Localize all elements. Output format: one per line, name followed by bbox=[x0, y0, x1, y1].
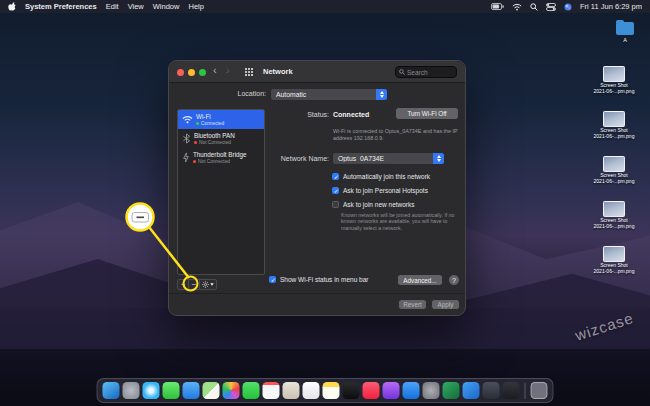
dock-icon-notes[interactable] bbox=[323, 382, 340, 399]
service-name: Bluetooth PAN bbox=[194, 132, 235, 139]
file-label-line2: 2021-06-...pm.png bbox=[594, 133, 635, 139]
control-center-icon[interactable] bbox=[546, 3, 556, 11]
new-networks-checkbox[interactable] bbox=[332, 201, 339, 208]
dock-icon-finder[interactable] bbox=[103, 382, 120, 399]
status-dot-red bbox=[193, 160, 196, 163]
location-dropdown[interactable]: Automatic bbox=[270, 88, 388, 101]
menu-bar: System Preferences Edit View Window Help… bbox=[0, 0, 650, 13]
dock-icon-tv[interactable] bbox=[343, 382, 360, 399]
new-networks-checkbox-row[interactable]: Ask to join new networks bbox=[332, 200, 415, 209]
screenshot-thumbnail[interactable] bbox=[603, 201, 625, 217]
dock-icon-excel[interactable] bbox=[443, 382, 460, 399]
personal-hotspots-checkbox-row[interactable]: Ask to join Personal Hotspots bbox=[332, 186, 428, 195]
dock-icon-music[interactable] bbox=[363, 382, 380, 399]
screenshot-thumbnail[interactable] bbox=[603, 111, 625, 127]
dock-icon-reminders[interactable] bbox=[303, 382, 320, 399]
desktop-file[interactable]: Screen Shot2021-06-...pm.png bbox=[594, 201, 635, 229]
network-name-value: Optus_0A734E bbox=[333, 155, 433, 162]
dock-icon-github[interactable] bbox=[483, 382, 500, 399]
service-list-controls: + − bbox=[177, 279, 217, 290]
status-detail-text: Wi-Fi is connected to Optus_0A734E and h… bbox=[333, 128, 461, 142]
siri-icon[interactable] bbox=[564, 3, 572, 11]
dock-icon-vscode[interactable] bbox=[463, 382, 480, 399]
file-label-line2: 2021-06-...pm.png bbox=[594, 223, 635, 229]
desktop-file[interactable]: Screen Shot2021-06-...pm.png bbox=[594, 156, 635, 184]
dock-icon-safari[interactable] bbox=[143, 382, 160, 399]
battery-icon[interactable] bbox=[491, 3, 504, 10]
dock-icon-mail[interactable] bbox=[183, 382, 200, 399]
window-footer-divider bbox=[169, 293, 465, 294]
location-value: Automatic bbox=[271, 91, 376, 98]
network-name-dropdown[interactable]: Optus_0A734E bbox=[332, 152, 445, 165]
dock-divider bbox=[525, 383, 526, 399]
add-service-button[interactable]: + bbox=[178, 280, 189, 289]
close-button[interactable] bbox=[177, 69, 184, 76]
personal-hotspots-label: Ask to join Personal Hotspots bbox=[343, 187, 428, 194]
screenshot-thumbnail[interactable] bbox=[603, 156, 625, 172]
dock-icon-maps[interactable] bbox=[203, 382, 220, 399]
dock-icon-photos[interactable] bbox=[223, 382, 240, 399]
zoom-button[interactable] bbox=[199, 69, 206, 76]
dock-icon-app-store[interactable] bbox=[403, 382, 420, 399]
menu-item-window[interactable]: Window bbox=[153, 2, 180, 11]
search-icon[interactable] bbox=[530, 3, 538, 11]
revert-button[interactable]: Revert bbox=[398, 299, 427, 310]
desktop-folder-label: A bbox=[616, 37, 634, 43]
wifi-icon[interactable] bbox=[512, 3, 522, 11]
search-input[interactable] bbox=[407, 69, 451, 76]
auto-join-checkbox[interactable] bbox=[332, 173, 339, 180]
apply-button[interactable]: Apply bbox=[431, 299, 460, 310]
auto-join-checkbox-row[interactable]: Automatically join this network bbox=[332, 172, 430, 181]
menu-bar-status-checkbox[interactable] bbox=[269, 276, 276, 283]
help-button[interactable]: ? bbox=[448, 274, 460, 286]
screenshot-thumbnail[interactable] bbox=[603, 246, 625, 262]
advanced-button[interactable]: Advanced... bbox=[397, 274, 443, 286]
network-name-label: Network Name: bbox=[229, 155, 329, 162]
dock-icon-system-preferences[interactable] bbox=[423, 382, 440, 399]
dock-icon-podcasts[interactable] bbox=[383, 382, 400, 399]
file-label-line2: 2021-06-...pm.png bbox=[594, 268, 635, 274]
dock-icon-facetime[interactable] bbox=[243, 382, 260, 399]
sidebar-item-wifi[interactable]: Wi-Fi Connected bbox=[178, 110, 264, 129]
forward-button[interactable]: › bbox=[226, 64, 230, 76]
file-label-line2: 2021-06-...pm.png bbox=[594, 88, 635, 94]
sidebar-item-bluetooth-pan[interactable]: Bluetooth PAN Not Connected bbox=[178, 129, 264, 148]
search-field-icon bbox=[399, 69, 405, 75]
menu-bar-status-checkbox-row[interactable]: Show Wi-Fi status in menu bar bbox=[269, 275, 369, 284]
menu-bar-clock[interactable]: Fri 11 Jun 6:29 pm bbox=[580, 2, 642, 11]
back-button[interactable]: ‹ bbox=[213, 64, 217, 76]
turn-wifi-off-button[interactable]: Turn Wi-Fi Off bbox=[395, 107, 459, 120]
join-networks-note: Known networks will be joined automatica… bbox=[341, 212, 457, 231]
dock-icon-calendar[interactable] bbox=[263, 382, 280, 399]
dock-icon-messages[interactable] bbox=[163, 382, 180, 399]
desktop-file[interactable]: Screen Shot2021-06-...pm.png bbox=[594, 246, 635, 274]
dock-icon-trash[interactable] bbox=[531, 382, 548, 399]
menu-item-edit[interactable]: Edit bbox=[106, 2, 119, 11]
dock-icon-launchpad[interactable] bbox=[123, 382, 140, 399]
dock-icon-contacts[interactable] bbox=[283, 382, 300, 399]
menu-item-system-preferences[interactable]: System Preferences bbox=[25, 2, 97, 11]
file-label-line2: 2021-06-...pm.png bbox=[594, 178, 635, 184]
menu-bar-status-label: Show Wi-Fi status in menu bar bbox=[280, 276, 369, 283]
wifi-service-icon bbox=[182, 115, 193, 124]
show-all-grid-icon[interactable] bbox=[245, 68, 247, 70]
personal-hotspots-checkbox[interactable] bbox=[332, 187, 339, 194]
dropdown-chevrons-icon bbox=[376, 89, 387, 100]
search-field[interactable] bbox=[395, 66, 457, 78]
gear-icon bbox=[202, 281, 209, 288]
menu-item-view[interactable]: View bbox=[128, 2, 144, 11]
apple-menu-icon[interactable] bbox=[8, 2, 16, 11]
remove-service-button[interactable]: − bbox=[189, 280, 200, 289]
service-status: Not Connected bbox=[194, 140, 235, 145]
desktop-folder-icon[interactable] bbox=[616, 22, 634, 35]
window-title: Network bbox=[263, 67, 293, 76]
screenshot-thumbnail[interactable] bbox=[603, 66, 625, 82]
menu-item-help[interactable]: Help bbox=[188, 2, 203, 11]
desktop-file[interactable]: Screen Shot2021-06-...pm.png bbox=[594, 66, 635, 94]
desktop-file[interactable]: Screen Shot2021-06-...pm.png bbox=[594, 111, 635, 139]
service-action-menu-button[interactable] bbox=[200, 280, 216, 289]
service-name: Wi-Fi bbox=[196, 113, 224, 120]
minimize-button[interactable] bbox=[188, 69, 195, 76]
new-networks-label: Ask to join new networks bbox=[343, 201, 415, 208]
dock-icon-terminal[interactable] bbox=[503, 382, 520, 399]
